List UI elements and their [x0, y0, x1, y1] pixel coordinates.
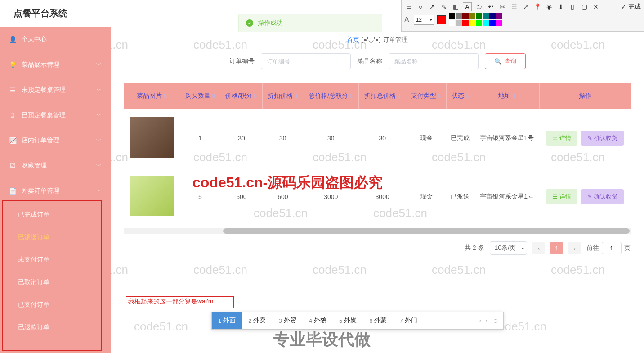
goto-suffix: 页	[624, 244, 631, 252]
color-swatch[interactable]	[449, 13, 455, 19]
ime-prev-icon[interactable]: ‹	[479, 317, 481, 324]
chevron-down-icon: ﹀	[96, 187, 102, 195]
sidebar-item-instore-order[interactable]: 📈 店内订单管理 ﹀	[0, 128, 111, 153]
cut-icon[interactable]: ✄	[498, 2, 507, 11]
dish-name-input[interactable]	[389, 53, 479, 69]
col-pay-type[interactable]: 支付类型⇅	[406, 83, 447, 109]
record-icon[interactable]: ◉	[545, 2, 554, 11]
color-swatch[interactable]	[496, 13, 502, 19]
download-icon[interactable]: ⬇	[556, 2, 565, 11]
color-swatch[interactable]	[476, 20, 482, 26]
color-swatch[interactable]	[496, 20, 502, 26]
table-row: 1 30 30 30 30 现金 已完成 宇宙银河系金星1号 ☰详情 ✎确认收货	[124, 109, 631, 167]
ocr-icon[interactable]: ☷	[510, 2, 519, 11]
col-image[interactable]: 菜品图片⇅	[124, 83, 180, 109]
col-qty[interactable]: 购买数量⇅	[180, 83, 220, 109]
sidebar-item-personal[interactable]: 👤 个人中心	[0, 27, 111, 52]
color-swatch[interactable]	[456, 20, 462, 26]
ime-candidate[interactable]: 4 外貌	[303, 312, 333, 329]
check-icon: ✓	[246, 19, 253, 27]
sort-icon: ⇅	[512, 93, 516, 99]
sidebar-item-unreserved[interactable]: ☰ 未预定餐桌管理 ﹀	[0, 77, 111, 103]
share-icon[interactable]: ▢	[580, 2, 589, 11]
ime-next-icon[interactable]: ›	[486, 317, 488, 324]
scrollbar-thumb[interactable]	[223, 228, 630, 234]
page-size-select[interactable]: 10条/页 ▾	[490, 241, 527, 255]
prev-page-button[interactable]: ‹	[532, 242, 545, 254]
complete-button[interactable]: ✓ 完成	[621, 3, 641, 11]
submenu-dispatched[interactable]: 已派送订单	[0, 226, 111, 249]
submenu-refunded[interactable]: 已退款订单	[0, 316, 111, 339]
color-swatch[interactable]	[476, 13, 482, 19]
circle-tool-icon[interactable]: ○	[416, 2, 425, 11]
sidebar-item-dish-display[interactable]: 💡 菜品展示管理 ﹀	[0, 52, 111, 77]
submenu-paid[interactable]: 已支付订单	[0, 294, 111, 316]
check-icon: ☑	[9, 162, 16, 169]
ime-candidate[interactable]: 5 外媒	[333, 312, 363, 329]
ime-candidate[interactable]: 7 外门	[393, 312, 423, 329]
col-disc-total[interactable]: 折扣总价格⇅	[359, 83, 406, 109]
font-size-select[interactable]: 12▾	[414, 15, 434, 25]
ime-candidate[interactable]: 6 外蒙	[363, 312, 393, 329]
order-id-input[interactable]	[261, 53, 351, 69]
goto-input[interactable]	[602, 242, 622, 254]
sort-icon: ⇅	[437, 93, 441, 99]
list-icon: ☰	[552, 193, 558, 200]
pin-icon[interactable]: 📍	[533, 2, 542, 11]
sidebar-item-label: 未预定餐桌管理	[22, 86, 96, 94]
sidebar-item-favorites[interactable]: ☑ 收藏管理 ﹀	[0, 153, 111, 178]
cell-address: 宇宙银河系金星1号	[474, 167, 539, 226]
detail-button[interactable]: ☰详情	[546, 189, 577, 204]
submenu-completed[interactable]: 已完成订单	[0, 204, 111, 226]
col-price[interactable]: 价格/积分⇅	[220, 83, 263, 109]
color-swatch[interactable]	[483, 20, 489, 26]
rect-tool-icon[interactable]: ▭	[404, 2, 413, 11]
selected-color-swatch[interactable]	[437, 15, 446, 24]
color-swatch[interactable]	[483, 13, 489, 19]
color-swatch[interactable]	[489, 13, 496, 19]
text-tool-icon[interactable]: A	[463, 2, 472, 11]
col-address[interactable]: 地址⇅	[474, 83, 539, 109]
col-status[interactable]: 状态⇅	[446, 83, 474, 109]
color-swatch[interactable]	[469, 20, 475, 26]
confirm-receipt-button[interactable]: ✎确认收货	[581, 189, 624, 204]
page-1-button[interactable]: 1	[550, 242, 563, 254]
col-disc-price[interactable]: 折扣价格⇅	[263, 83, 303, 109]
breadcrumb-home[interactable]: 首页	[347, 36, 359, 43]
ime-candidate-bar: 1 外面 2 外卖 3 外贸 4 外貌 5 外媒 6 外蒙 7 外门 ‹ › ☺	[211, 312, 504, 330]
color-swatch[interactable]	[469, 13, 475, 19]
sidebar-item-delivery-order[interactable]: 📄 外卖订单管理 ﹀	[0, 178, 111, 204]
color-swatch[interactable]	[456, 13, 462, 19]
arrow-tool-icon[interactable]: ↗	[428, 2, 437, 11]
edit-icon: ✎	[587, 135, 592, 141]
goto-prefix: 前往	[586, 244, 599, 252]
pen-tool-icon[interactable]: ✎	[439, 2, 448, 11]
color-swatch[interactable]	[449, 20, 455, 26]
next-page-button[interactable]: ›	[568, 242, 581, 254]
sidebar-item-reserved[interactable]: 🖥 已预定餐桌管理 ﹀	[0, 103, 111, 128]
submenu-unpaid[interactable]: 未支付订单	[0, 249, 111, 271]
ime-candidate[interactable]: 1 外面	[212, 312, 242, 329]
ime-emoji-icon[interactable]: ☺	[492, 317, 499, 324]
confirm-receipt-button[interactable]: ✎确认收货	[581, 131, 624, 146]
cell-price: 600	[220, 167, 263, 226]
mosaic-tool-icon[interactable]: ▦	[451, 2, 460, 11]
undo-icon[interactable]: ↶	[486, 2, 495, 11]
expand-icon[interactable]: ⤢	[521, 2, 530, 11]
ime-candidate[interactable]: 2 外卖	[242, 312, 272, 329]
detail-button[interactable]: ☰详情	[546, 131, 577, 146]
save-icon[interactable]: ▯	[568, 2, 577, 11]
annotation-text-input[interactable]: 我框起来的这一部分算是wai'm	[126, 296, 234, 308]
close-icon[interactable]: ✕	[591, 2, 600, 11]
color-swatch[interactable]	[489, 20, 496, 26]
sidebar-item-label: 已预定餐桌管理	[22, 111, 96, 119]
ime-candidate[interactable]: 3 外贸	[272, 312, 302, 329]
submenu-cancelled[interactable]: 已取消订单	[0, 271, 111, 294]
horizontal-scrollbar[interactable]	[124, 228, 631, 234]
counter-tool-icon[interactable]: ①	[474, 2, 483, 11]
color-swatch[interactable]	[462, 20, 469, 26]
color-swatch[interactable]	[462, 13, 469, 19]
col-total[interactable]: 总价格/总积分⇅	[303, 83, 359, 109]
sidebar-item-label: 菜品展示管理	[22, 61, 96, 69]
search-button[interactable]: 🔍 查询	[485, 53, 526, 69]
